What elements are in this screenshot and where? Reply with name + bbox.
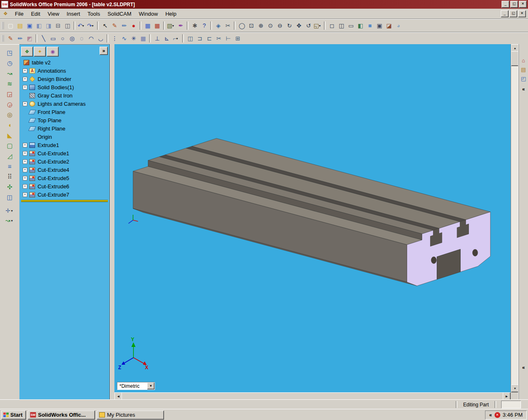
three-point-arc[interactable]: ◡: [96, 34, 105, 43]
linear-pattern[interactable]: ⠿: [4, 171, 15, 182]
dropdown-arrow-icon[interactable]: [92, 24, 95, 28]
dropdown-arrow-icon[interactable]: [176, 37, 180, 40]
hidden-lines-visible[interactable]: ◫: [337, 21, 346, 30]
help[interactable]: ?: [200, 21, 209, 30]
new-document[interactable]: ▢: [6, 21, 15, 30]
tree-item[interactable]: Right Plane: [20, 124, 109, 133]
dropdown-arrow-icon[interactable]: [319, 24, 322, 28]
rectangle[interactable]: ▭: [48, 34, 58, 43]
shadows-in-shaded-mode[interactable]: ▣: [375, 21, 384, 30]
menu-tools[interactable]: Tools: [84, 9, 104, 18]
make-drawing-from-part[interactable]: ◧: [34, 21, 44, 30]
3d-sketch-edit[interactable]: ✏: [15, 34, 25, 43]
convert-entities[interactable]: ⊐: [195, 34, 205, 43]
modify-sketch[interactable]: ◩: [25, 34, 34, 43]
select[interactable]: ↖: [100, 21, 110, 30]
scissors[interactable]: ✂: [223, 21, 233, 30]
file-properties[interactable]: ▧: [166, 21, 176, 30]
configurationmanager-tab[interactable]: ◉: [47, 47, 59, 57]
rollback-bar[interactable]: [21, 200, 108, 202]
start-button[interactable]: Start: [1, 411, 26, 420]
security-alert-icon[interactable]: [495, 412, 500, 418]
dropdown-arrow-icon[interactable]: [11, 209, 14, 213]
dropdown-arrow-icon[interactable]: [11, 219, 14, 223]
tangent-arc[interactable]: ◠: [86, 34, 96, 43]
3d-sketch[interactable]: ✏: [119, 21, 129, 30]
panel-collapse-chevron[interactable]: »: [100, 47, 108, 55]
doc-minimize-button[interactable]: _: [501, 10, 509, 17]
model-hole-1[interactable]: [431, 257, 437, 264]
save[interactable]: ▣: [25, 21, 34, 30]
selection-filter[interactable]: ◈: [214, 21, 223, 30]
expand-plus-icon[interactable]: [23, 176, 27, 180]
open-document[interactable]: ▤: [15, 21, 25, 30]
design-table[interactable]: ▦: [143, 21, 152, 30]
view-orientation-combo[interactable]: *Dimetric: [117, 382, 155, 390]
tree-item[interactable]: Origin: [20, 133, 109, 141]
menu-help[interactable]: Help: [162, 9, 180, 18]
task-my-pictures[interactable]: My Pictures: [97, 411, 164, 420]
zoom-to-selection[interactable]: ⊙: [266, 21, 275, 30]
design-library[interactable]: ▤: [519, 65, 528, 74]
rotate-view[interactable]: ↻: [285, 21, 294, 30]
extend-entities[interactable]: ⊢: [224, 34, 233, 43]
expand-plus-icon[interactable]: [23, 143, 27, 147]
menu-insert[interactable]: Insert: [63, 9, 84, 18]
close-button[interactable]: ✕: [519, 1, 527, 8]
make-assembly-from-part[interactable]: ◨: [44, 21, 53, 30]
draft[interactable]: ◿: [4, 151, 15, 161]
shell[interactable]: ▢: [4, 140, 15, 151]
print-preview[interactable]: ◫: [63, 21, 72, 30]
options[interactable]: ✱: [190, 21, 200, 30]
toolbar-grip[interactable]: [2, 22, 4, 29]
fillet[interactable]: ◖: [4, 120, 15, 130]
expand-plus-icon[interactable]: [23, 184, 27, 189]
zoom-out[interactable]: ⊖: [275, 21, 285, 30]
vertical-scrollbar[interactable]: [511, 44, 518, 392]
tree-item[interactable]: Solid Bodies(1): [20, 83, 109, 91]
mirror-feature[interactable]: ◫: [4, 192, 15, 202]
tree-item[interactable]: Cut-Extrude5: [20, 174, 109, 182]
shaded[interactable]: ■: [365, 21, 375, 30]
redo[interactable]: ↷: [86, 21, 96, 30]
sketch[interactable]: ✎: [110, 21, 119, 30]
reference-plane[interactable]: ⌐: [171, 34, 181, 43]
trim-entities[interactable]: ✂: [214, 34, 224, 43]
tree-item[interactable]: Gray Cast Iron: [20, 91, 109, 100]
propertymanager-tab[interactable]: ✦: [34, 47, 46, 57]
expand-plus-icon[interactable]: [23, 77, 27, 81]
revolved-boss[interactable]: ◷: [4, 58, 15, 68]
tree-item[interactable]: Cut-Extrude1: [20, 149, 109, 157]
equations[interactable]: ▦: [152, 21, 162, 30]
revolved-cut[interactable]: ◶: [4, 99, 15, 109]
tree-item[interactable]: Cut-Extrude7: [20, 190, 109, 199]
mirror-entities[interactable]: ◫: [186, 34, 195, 43]
expand-plus-icon[interactable]: [23, 85, 27, 90]
view-orientation[interactable]: ◱: [313, 21, 323, 30]
menu-file[interactable]: File: [11, 9, 27, 18]
dropdown-arrow-icon[interactable]: [172, 24, 176, 28]
rebuild[interactable]: ●: [129, 21, 138, 30]
offset-entities[interactable]: ⊏: [205, 34, 214, 43]
graphics-area[interactable]: Y X Z: [114, 44, 511, 392]
extruded-boss[interactable]: ◳: [4, 47, 15, 58]
menu-edit[interactable]: Edit: [27, 9, 44, 18]
ellipse[interactable]: ◌: [77, 34, 86, 43]
previous-view[interactable]: ↺: [304, 21, 313, 30]
construction-geometry[interactable]: ⊞: [233, 34, 243, 43]
coordinate-system[interactable]: ⊾: [162, 34, 171, 43]
tree-item[interactable]: Extrude1: [20, 141, 109, 149]
file-explorer[interactable]: ◰: [519, 74, 528, 83]
tree-item[interactable]: Design Binder: [20, 75, 109, 83]
curves-flyout[interactable]: ↝: [2, 216, 18, 225]
solidworks-resources[interactable]: ⌂: [519, 56, 528, 65]
tree-item[interactable]: Cut-Extrude4: [20, 166, 109, 174]
doc-restore-button[interactable]: ◱: [509, 10, 517, 17]
minimize-button[interactable]: _: [502, 1, 509, 8]
shaded-with-edges[interactable]: ◧: [356, 21, 365, 30]
line[interactable]: ╲: [39, 34, 48, 43]
menu-window[interactable]: Window: [135, 9, 162, 18]
section-view[interactable]: ◪: [384, 21, 394, 30]
edit-color[interactable]: ✒: [176, 21, 186, 30]
menu-solidcam[interactable]: SolidCAM: [104, 9, 135, 18]
